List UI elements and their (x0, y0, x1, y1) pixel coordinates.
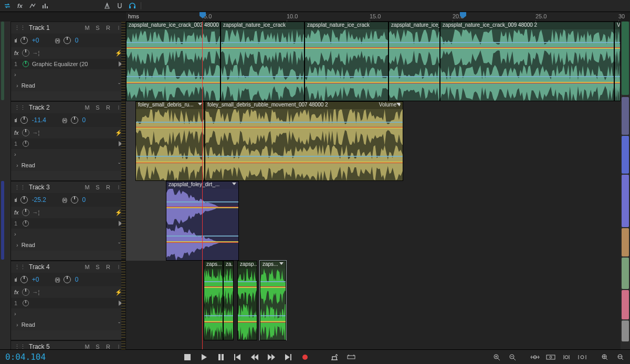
audio-clip[interactable]: za... (223, 261, 234, 340)
pan-envelope[interactable] (221, 42, 304, 43)
fx-slot-row[interactable]: 1 (11, 298, 125, 308)
arm-record-button[interactable]: R (104, 184, 112, 190)
expand-sends-icon[interactable]: › (14, 71, 16, 78)
audio-clip[interactable]: zapsp... (237, 261, 257, 340)
volume-envelope[interactable] (305, 82, 388, 83)
volume-knob[interactable] (20, 196, 28, 204)
timeline-ruler[interactable]: hms 5.010.015.020.025.030 (126, 12, 621, 22)
fx-send-icon[interactable]: →¦ (33, 130, 40, 136)
fx-knob[interactable] (22, 209, 29, 216)
volume-envelope[interactable] (166, 241, 238, 242)
play-button[interactable] (200, 352, 209, 362)
pan-envelope[interactable] (204, 281, 223, 282)
audio-clip[interactable]: zapsplat_nature_ice_crack_002 48000 (126, 22, 220, 101)
audio-clip[interactable]: zapsplat_nature_ice_crack_006 480 (388, 22, 440, 101)
minimap-region[interactable] (622, 175, 629, 227)
automation-mode-dropdown[interactable]: › Read ˇ (11, 239, 125, 251)
fx-slot-row[interactable]: 1 Graphic Equalizer (20 (11, 59, 125, 69)
track-name-label[interactable]: Track 1 (29, 24, 50, 31)
volume-envelope[interactable] (389, 82, 439, 83)
record-button[interactable] (300, 352, 310, 362)
monitor-headphones-icon[interactable] (127, 1, 138, 11)
pan-envelope[interactable] (224, 315, 233, 316)
fx-knob[interactable] (22, 129, 29, 136)
arm-record-button[interactable]: R (104, 264, 112, 270)
pan-envelope[interactable] (260, 315, 286, 316)
fast-forward-button[interactable] (267, 352, 276, 362)
volume-envelope[interactable] (166, 207, 238, 208)
pan-value[interactable]: 0 (82, 196, 86, 204)
fx-knob[interactable] (22, 288, 29, 296)
expand-sends-icon[interactable]: › (14, 311, 16, 317)
expand-sends-icon[interactable]: › (14, 151, 16, 157)
pan-envelope[interactable] (440, 42, 614, 43)
track-color-slot[interactable] (1, 181, 4, 260)
grab-handle-icon[interactable]: ⋮⋮ (14, 104, 26, 111)
zoom-out-vertical-button[interactable] (615, 352, 625, 362)
stop-button[interactable] (183, 352, 192, 362)
automation-mode-dropdown[interactable]: › Read ˇ (11, 319, 125, 330)
minimap-region[interactable] (622, 320, 629, 341)
pan-value[interactable]: 0 (75, 276, 79, 283)
pan-envelope[interactable] (615, 76, 620, 77)
pan-envelope[interactable] (260, 281, 286, 282)
volume-value[interactable]: -25.2 (32, 196, 46, 204)
audio-clip[interactable]: Vo (614, 22, 621, 101)
pan-knob[interactable] (71, 196, 78, 204)
track-name-label[interactable]: Track 3 (29, 184, 50, 191)
pan-envelope[interactable] (136, 122, 204, 123)
pause-button[interactable] (216, 352, 226, 362)
volume-envelope[interactable] (440, 48, 614, 49)
rewind-button[interactable] (250, 352, 259, 362)
minimap-region[interactable] (622, 136, 629, 174)
volume-envelope[interactable] (127, 82, 220, 83)
pan-envelope[interactable] (389, 76, 439, 77)
volume-envelope[interactable] (615, 82, 620, 83)
track-lane[interactable]: zapsplat_nature_ice_crack_002 48000 zaps… (126, 22, 621, 101)
track-lane[interactable]: zaps... za... zapsp... (126, 261, 621, 340)
minimap-region[interactable] (622, 290, 629, 319)
minimap-region[interactable] (622, 258, 629, 289)
audio-clip[interactable]: foley_small_debris_rubble_movement_007 4… (205, 101, 403, 181)
clip-menu-icon[interactable] (232, 183, 236, 185)
mute-button[interactable]: M (83, 184, 91, 190)
arm-record-button[interactable]: R (104, 344, 112, 349)
zoom-in-button[interactable] (492, 352, 502, 362)
overview-minimap[interactable] (621, 22, 630, 349)
pan-envelope[interactable] (204, 315, 223, 316)
pan-envelope[interactable] (127, 76, 220, 77)
audio-clip[interactable]: zapsplat_nature_ice_crack_009 48000 2 (440, 22, 614, 101)
pan-envelope[interactable] (615, 42, 620, 43)
volume-envelope[interactable] (127, 48, 220, 49)
pan-envelope[interactable] (224, 281, 233, 282)
fx-slot-row[interactable]: 1 (11, 138, 125, 149)
fx-knob[interactable] (22, 49, 29, 57)
zoom-to-selection-button[interactable] (546, 352, 555, 362)
snapping-icon[interactable] (114, 1, 125, 11)
clip-menu-icon[interactable] (198, 103, 202, 105)
pan-envelope[interactable] (305, 42, 388, 43)
volume-envelope[interactable] (204, 287, 223, 288)
automation-mode-dropdown[interactable]: › Read ˇ (11, 159, 125, 171)
volume-envelope[interactable] (260, 287, 286, 288)
volume-envelope[interactable] (136, 162, 204, 163)
pan-envelope[interactable] (136, 156, 204, 157)
clip-menu-icon[interactable] (279, 262, 284, 265)
pan-envelope[interactable] (221, 76, 304, 77)
pan-envelope[interactable] (238, 281, 257, 282)
grab-handle-icon[interactable]: ⋮⋮ (14, 264, 26, 271)
export-button[interactable] (330, 352, 339, 362)
volume-value[interactable]: +0 (32, 37, 39, 44)
volume-envelope[interactable] (260, 321, 286, 322)
track-color-slot[interactable] (1, 22, 4, 100)
pan-knob[interactable] (64, 276, 71, 283)
grab-handle-icon[interactable]: ⋮⋮ (14, 25, 26, 31)
zoom-fit-horizontal-button[interactable] (530, 352, 540, 362)
volume-envelope[interactable] (205, 162, 403, 163)
volume-envelope[interactable] (389, 48, 439, 49)
fx-send-icon[interactable]: →¦ (33, 289, 40, 295)
fx-power-icon[interactable] (23, 300, 29, 306)
mute-button[interactable]: M (83, 264, 91, 270)
volume-knob[interactable] (20, 276, 28, 283)
fx-power-icon[interactable] (23, 61, 29, 67)
